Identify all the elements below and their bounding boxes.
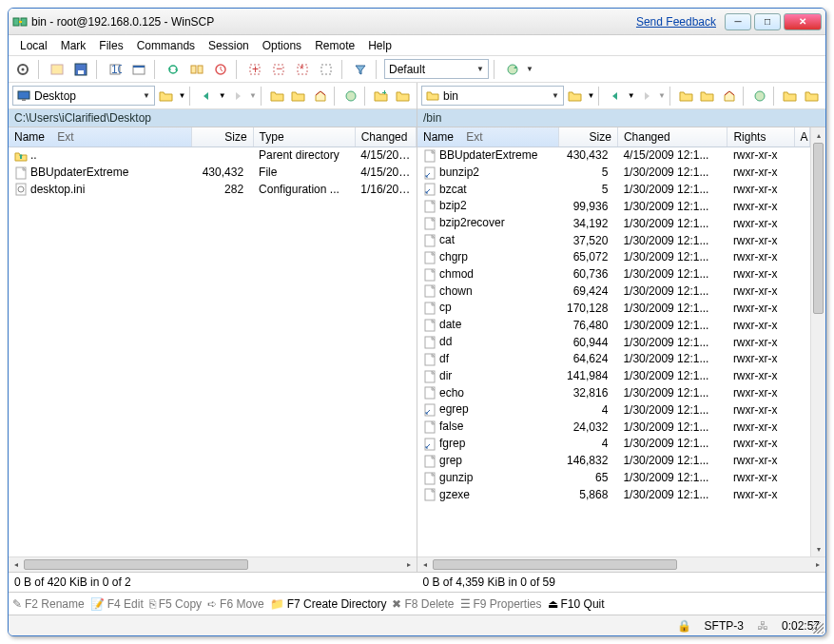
local-hscroll[interactable]: ◂ ▸ bbox=[9, 556, 417, 572]
remote-root-icon[interactable] bbox=[698, 86, 717, 107]
queue-plus-icon[interactable]: + bbox=[244, 59, 265, 80]
menu-session[interactable]: Session bbox=[203, 37, 255, 54]
scroll-up-icon[interactable]: ▴ bbox=[811, 127, 825, 143]
local-fwd-dropdown-icon[interactable]: ▼ bbox=[249, 91, 257, 100]
menu-help[interactable]: Help bbox=[362, 37, 398, 54]
remote-header-row[interactable]: Name Ext Size Changed Rights A bbox=[417, 127, 810, 147]
explorer-icon[interactable] bbox=[128, 59, 149, 80]
table-row[interactable]: chmod60,7361/30/2009 12:1...rwxr-xr-x bbox=[417, 265, 810, 283]
local-bookmarks-icon[interactable] bbox=[394, 86, 413, 107]
remote-drive-combo[interactable]: bin ▼ bbox=[421, 86, 564, 106]
local-back-dropdown-icon[interactable]: ▼ bbox=[219, 91, 226, 100]
menu-remote[interactable]: Remote bbox=[309, 37, 360, 54]
local-col-name[interactable]: Name Ext bbox=[9, 127, 192, 147]
table-row[interactable]: df64,6241/30/2009 12:1...rwxr-xr-x bbox=[417, 350, 810, 367]
table-row[interactable]: date76,4801/30/2009 12:1...rwxr-xr-x bbox=[417, 317, 810, 334]
f4-edit[interactable]: 📝F4 Edit bbox=[90, 597, 144, 611]
f7-create-dir[interactable]: 📁F7 Create Directory bbox=[270, 597, 387, 611]
local-back-icon[interactable] bbox=[197, 86, 216, 107]
queue-minus-icon[interactable]: − bbox=[268, 59, 289, 80]
table-row[interactable]: bunzip251/30/2009 12:1...rwxr-xr-x bbox=[417, 164, 810, 181]
table-row[interactable]: gzexe5,8681/30/2009 12:1...rwxr-xr-x bbox=[417, 486, 810, 503]
minimize-button[interactable]: ─ bbox=[725, 13, 751, 30]
f8-delete[interactable]: ✖F8 Delete bbox=[392, 597, 454, 611]
remote-folder-dropdown-icon[interactable]: ▼ bbox=[587, 91, 594, 100]
gear-icon[interactable] bbox=[12, 59, 33, 80]
f5-copy[interactable]: ⎘F5 Copy bbox=[149, 597, 202, 611]
table-row[interactable]: dir141,9841/30/2009 12:1...rwxr-xr-x bbox=[417, 367, 810, 384]
scroll-right-icon[interactable]: ▸ bbox=[810, 557, 825, 572]
remote-open-folder-icon[interactable] bbox=[566, 86, 585, 107]
f2-rename[interactable]: ✎F2 Rename bbox=[12, 597, 85, 611]
remote-col-changed[interactable]: Changed bbox=[617, 127, 727, 147]
remote-refresh-icon[interactable] bbox=[750, 86, 769, 107]
remote-col-attr[interactable]: A bbox=[794, 127, 810, 147]
table-row[interactable]: chown69,4241/30/2009 12:1...rwxr-xr-x bbox=[417, 283, 810, 300]
remote-back-dropdown-icon[interactable]: ▼ bbox=[628, 91, 635, 100]
save-session-icon[interactable] bbox=[70, 59, 91, 80]
local-col-changed[interactable]: Changed bbox=[355, 127, 416, 147]
queue-toggle-icon[interactable]: * bbox=[292, 59, 313, 80]
remote-home-icon[interactable] bbox=[720, 86, 739, 107]
remote-bookmark-add-icon[interactable] bbox=[781, 86, 800, 107]
sync-icon[interactable] bbox=[163, 59, 184, 80]
remote-col-name[interactable]: Name Ext bbox=[417, 127, 559, 147]
filter-icon[interactable] bbox=[350, 59, 371, 80]
scroll-down-icon[interactable]: ▾ bbox=[811, 541, 825, 556]
table-row[interactable]: echo32,8161/30/2009 12:1...rwxr-xr-x bbox=[417, 384, 810, 401]
table-row[interactable]: false24,0321/30/2009 12:1...rwxr-xr-x bbox=[417, 419, 810, 436]
local-forward-icon[interactable] bbox=[228, 86, 247, 107]
table-row[interactable]: chgrp65,0721/30/2009 12:1...rwxr-xr-x bbox=[417, 248, 810, 265]
local-root-icon[interactable] bbox=[289, 86, 308, 107]
f6-move[interactable]: ➪F6 Move bbox=[207, 597, 264, 611]
menu-commands[interactable]: Commands bbox=[131, 37, 201, 54]
table-row[interactable]: dd60,9441/30/2009 12:1...rwxr-xr-x bbox=[417, 334, 810, 351]
queue-clear-icon[interactable] bbox=[316, 59, 337, 80]
resize-grip[interactable] bbox=[812, 622, 824, 634]
remote-forward-icon[interactable] bbox=[637, 86, 656, 107]
table-row[interactable]: egrep41/30/2009 12:1...rwxr-xr-x bbox=[417, 401, 810, 419]
remote-fwd-dropdown-icon[interactable]: ▼ bbox=[658, 91, 666, 100]
table-row[interactable]: cat37,5201/30/2009 12:1...rwxr-xr-x bbox=[417, 232, 810, 249]
remote-col-size[interactable]: Size bbox=[559, 127, 618, 147]
local-refresh-icon[interactable] bbox=[341, 86, 360, 107]
refresh-dropdown-icon[interactable]: ▼ bbox=[526, 65, 533, 73]
scroll-right-icon[interactable]: ▸ bbox=[401, 557, 417, 572]
tool-icon[interactable]: 101 bbox=[105, 59, 126, 80]
f9-properties[interactable]: ☰F9 Properties bbox=[460, 597, 542, 611]
menu-files[interactable]: Files bbox=[93, 37, 128, 54]
local-drive-combo[interactable]: Desktop ▼ bbox=[12, 86, 155, 106]
local-file-list[interactable]: Name Ext Size Type Changed ..Parent dire… bbox=[9, 127, 417, 556]
local-header-row[interactable]: Name Ext Size Type Changed bbox=[9, 127, 417, 147]
scroll-left-icon[interactable]: ◂ bbox=[417, 557, 433, 572]
compare-icon[interactable] bbox=[186, 59, 207, 80]
table-row[interactable]: bzcat51/30/2009 12:1...rwxr-xr-x bbox=[417, 181, 810, 198]
table-row[interactable]: desktop.ini282Configuration ...1/16/2009 bbox=[9, 181, 417, 198]
scroll-left-icon[interactable]: ◂ bbox=[9, 557, 24, 572]
remote-vscroll[interactable]: ▴ ▾ bbox=[810, 127, 825, 556]
table-row[interactable]: BBUpdaterExtreme430,432File4/15/2009 bbox=[9, 164, 417, 181]
remote-parent-icon[interactable] bbox=[677, 86, 696, 107]
table-row[interactable]: bzip2recover34,1921/30/2009 12:1...rwxr-… bbox=[417, 215, 810, 232]
local-col-size[interactable]: Size bbox=[192, 127, 253, 147]
sync-browse-icon[interactable] bbox=[210, 59, 231, 80]
remote-back-icon[interactable] bbox=[606, 86, 625, 107]
session-icon[interactable] bbox=[47, 59, 68, 80]
transfer-preset-combo[interactable]: Default ▼ bbox=[384, 59, 489, 79]
close-button[interactable]: ✕ bbox=[784, 13, 822, 30]
local-col-type[interactable]: Type bbox=[253, 127, 355, 147]
f10-quit[interactable]: ⏏F10 Quit bbox=[548, 597, 605, 611]
table-row[interactable]: bzip299,9361/30/2009 12:1...rwxr-xr-x bbox=[417, 198, 810, 215]
remote-col-rights[interactable]: Rights bbox=[727, 127, 794, 147]
remote-hscroll[interactable]: ◂ ▸ bbox=[417, 556, 825, 572]
local-home-icon[interactable] bbox=[311, 86, 330, 107]
menu-options[interactable]: Options bbox=[257, 37, 307, 54]
remote-bookmarks-icon[interactable] bbox=[803, 86, 822, 107]
local-open-folder-icon[interactable] bbox=[157, 86, 176, 107]
menu-mark[interactable]: Mark bbox=[55, 37, 92, 54]
table-row[interactable]: grep146,8321/30/2009 12:1...rwxr-xr-x bbox=[417, 452, 810, 469]
table-row[interactable]: fgrep41/30/2009 12:1...rwxr-xr-x bbox=[417, 436, 810, 453]
table-row[interactable]: gunzip651/30/2009 12:1...rwxr-xr-x bbox=[417, 469, 810, 486]
remote-file-list[interactable]: Name Ext Size Changed Rights A BBUpdater… bbox=[417, 127, 810, 556]
table-row[interactable]: ..Parent directory4/15/2009 bbox=[9, 147, 417, 165]
